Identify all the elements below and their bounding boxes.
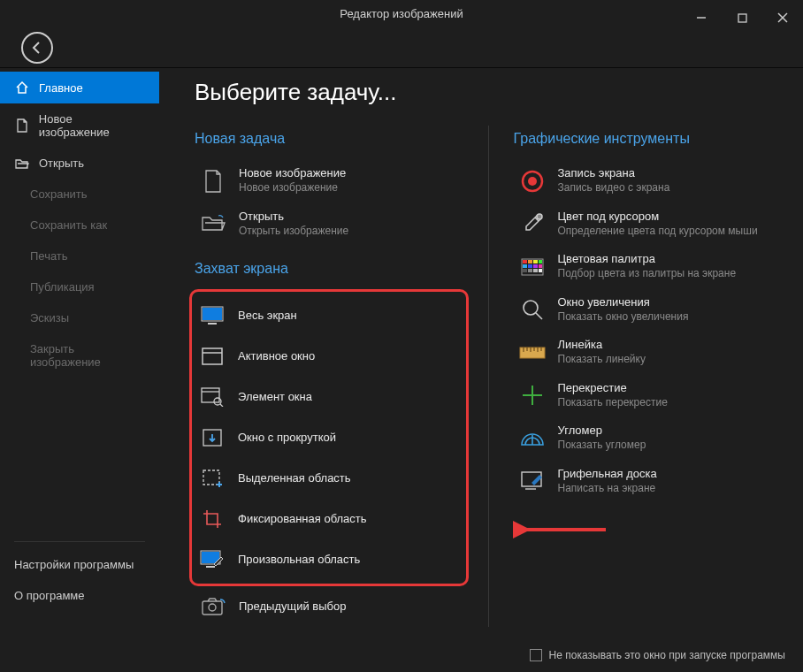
- sidebar-label: Публикация: [30, 280, 95, 294]
- highlight-box: Весь экран Активное окно Элемент окна: [189, 289, 469, 586]
- tool-label: ЛинейкаПоказать линейку: [558, 338, 646, 366]
- section-new-task: Новая задача: [195, 131, 463, 147]
- app-window: Редактор изображений Главное Новое изобр…: [0, 0, 803, 672]
- close-button[interactable]: [762, 0, 803, 35]
- task-capture-active-window[interactable]: Активное окно: [194, 336, 464, 377]
- ruler-icon: [519, 340, 546, 366]
- sidebar-label: Печать: [30, 249, 68, 263]
- home-icon: [14, 80, 30, 95]
- record-icon: [519, 168, 546, 195]
- section-graphic-tools: Графические инструменты: [514, 131, 783, 147]
- tool-label: УгломерПоказать угломер: [558, 424, 646, 452]
- task-label: Элемент окна: [238, 390, 312, 405]
- sidebar-item-about[interactable]: О программе: [0, 580, 159, 611]
- sidebar-item-new-image[interactable]: Новое изображение: [0, 103, 159, 148]
- sidebar-item-main[interactable]: Главное: [0, 72, 159, 103]
- svg-rect-4: [203, 308, 222, 320]
- svg-point-24: [537, 214, 542, 219]
- sidebar-item-settings[interactable]: Настройки программы: [0, 549, 159, 580]
- svg-rect-27: [528, 260, 532, 263]
- new-file-icon: [14, 118, 30, 133]
- sidebar-item-thumbnails: Эскизы: [0, 302, 159, 333]
- svg-line-39: [536, 313, 542, 319]
- sidebar-item-print: Печать: [0, 241, 159, 271]
- task-label: Выделенная область: [238, 471, 351, 486]
- window-controls: [681, 0, 803, 35]
- svg-rect-33: [539, 264, 542, 268]
- task-capture-scrolling-window[interactable]: Окно с прокруткой: [194, 417, 464, 458]
- svg-point-38: [524, 301, 538, 315]
- tool-magnifier[interactable]: Окно увеличенияПоказать окно увеличения: [514, 288, 783, 331]
- tool-whiteboard[interactable]: Грифельная доскаНаписать на экране: [514, 460, 783, 502]
- svg-rect-31: [528, 264, 532, 268]
- body: Главное Новое изображение Открыть Сохран…: [0, 68, 803, 638]
- sidebar-item-open[interactable]: Открыть: [0, 148, 159, 179]
- task-new-image[interactable]: Новое изображениеНовое изображение: [195, 159, 463, 202]
- tool-color-palette[interactable]: Цветовая палитраПодбор цвета из палитры …: [514, 245, 783, 287]
- tool-color-picker[interactable]: Цвет под курсоромОпределение цвета под к…: [514, 202, 783, 245]
- svg-rect-28: [533, 260, 538, 263]
- svg-rect-26: [523, 260, 527, 263]
- svg-rect-29: [539, 260, 542, 263]
- sidebar-label: О программе: [14, 589, 85, 602]
- svg-rect-9: [202, 388, 219, 402]
- task-previous-capture[interactable]: Предыдущий выбор: [195, 586, 463, 627]
- column-right: Графические инструменты Запись экранаЗап…: [489, 126, 783, 627]
- sidebar-item-save: Сохранить: [0, 179, 159, 210]
- tool-label: Цветовая палитраПодбор цвета из палитры …: [558, 252, 737, 280]
- monitor-icon: [199, 302, 226, 329]
- task-capture-freeform-area[interactable]: Произвольная область: [194, 539, 464, 580]
- svg-rect-30: [523, 264, 527, 268]
- tool-crosshair[interactable]: ПерекрестиеПоказать перекрестие: [514, 374, 783, 416]
- task-capture-window-element[interactable]: Элемент окна: [194, 377, 464, 417]
- tool-protractor[interactable]: УгломерПоказать угломер: [514, 416, 783, 459]
- magnifier-icon: [519, 296, 546, 323]
- task-label: Новое изображениеНовое изображение: [239, 166, 346, 195]
- sidebar-item-save-as: Сохранить как: [0, 210, 159, 241]
- svg-rect-34: [523, 269, 527, 272]
- window-title: Редактор изображений: [340, 7, 463, 20]
- sidebar-label: Главное: [39, 81, 83, 95]
- window-search-icon: [199, 384, 226, 410]
- palette-grid-icon: [519, 254, 546, 280]
- sidebar-label: Сохранить: [30, 187, 88, 201]
- tool-label: Окно увеличенияПоказать окно увеличения: [558, 295, 689, 324]
- task-capture-fixed-area[interactable]: Фиксированная область: [194, 499, 464, 539]
- scroll-window-icon: [199, 424, 226, 451]
- svg-point-11: [214, 398, 221, 405]
- new-file-icon: [200, 168, 226, 195]
- svg-rect-32: [533, 264, 538, 268]
- sidebar-label: Эскизы: [30, 311, 69, 325]
- task-label: Весь экран: [238, 309, 297, 324]
- task-label: Активное окно: [238, 349, 315, 364]
- tool-label: Цвет под курсоромОпределение цвета под к…: [558, 210, 758, 238]
- sidebar-label: Открыть: [39, 157, 84, 170]
- dont-show-checkbox[interactable]: [530, 649, 542, 661]
- column-left: Новая задача Новое изображениеНовое изоб…: [195, 126, 489, 627]
- dont-show-label: Не показывать это окно при запуске прогр…: [549, 649, 785, 661]
- minimize-button[interactable]: [681, 0, 722, 35]
- tool-screen-record[interactable]: Запись экранаЗапись видео с экрана: [514, 159, 783, 202]
- tool-label: ПерекрестиеПоказать перекрестие: [558, 381, 668, 409]
- section-screen-capture: Захват экрана: [195, 261, 463, 277]
- back-button[interactable]: [21, 32, 53, 64]
- svg-rect-1: [738, 14, 746, 22]
- page-title: Выберите задачу...: [195, 79, 782, 106]
- svg-rect-37: [539, 269, 542, 272]
- task-label: Произвольная область: [238, 553, 360, 568]
- task-label: Предыдущий выбор: [239, 599, 347, 615]
- window-icon: [199, 343, 226, 370]
- task-label: Фиксированная область: [238, 512, 367, 527]
- task-capture-selected-area[interactable]: Выделенная область: [194, 458, 464, 499]
- sidebar-label: Сохранить как: [30, 218, 107, 232]
- maximize-button[interactable]: [722, 0, 762, 35]
- tool-ruler[interactable]: ЛинейкаПоказать линейку: [514, 331, 783, 373]
- sidebar-label: Закрыть изображение: [30, 342, 145, 369]
- svg-rect-36: [533, 269, 538, 272]
- footer: Не показывать это окно при запуске прогр…: [0, 638, 803, 672]
- svg-line-12: [220, 404, 223, 407]
- sidebar-divider: [14, 541, 145, 542]
- task-capture-full-screen[interactable]: Весь экран: [194, 295, 464, 336]
- task-open[interactable]: ОткрытьОткрыть изображение: [195, 202, 463, 245]
- whiteboard-icon: [519, 468, 546, 494]
